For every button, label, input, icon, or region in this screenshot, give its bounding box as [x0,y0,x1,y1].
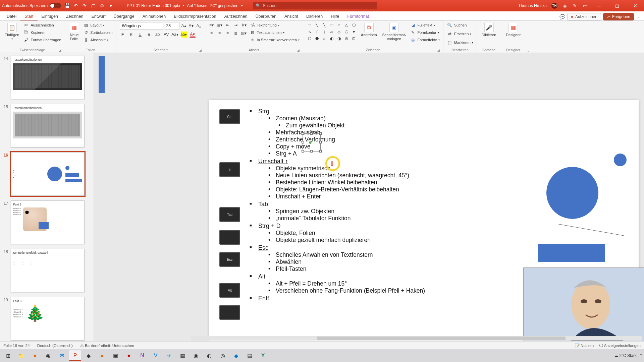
line-shape[interactable] [558,224,624,236]
tab-datei[interactable]: Datei [3,12,20,20]
justify-button[interactable]: ≣ [233,30,239,36]
firefox-icon[interactable]: ● [29,350,41,361]
layout-button[interactable]: ▤Layout▾ [83,22,113,28]
redo-icon[interactable]: ↷ [82,3,87,8]
user-name[interactable]: Thomas Hruska [518,3,547,8]
save-icon[interactable]: 💾 [64,3,70,8]
selected-shape[interactable]: ⟳ ✓ [303,133,321,152]
replace-button[interactable]: ⇄Ersetzen▾ [447,31,471,37]
tab-start[interactable]: Start [20,12,37,20]
smartart-button[interactable]: ⚛In SmartArt konvertieren▾ [250,37,300,43]
slide-canvas[interactable]: Ctrl ⇧ Tab Esc Alt Strg Zoomen (Mausrad)… [94,53,644,341]
rect-shape-1[interactable] [538,244,605,262]
explorer-icon[interactable]: 📁 [15,350,28,361]
text-direction-button[interactable]: ↕ATextrichtung▾ [250,22,300,28]
new-slide-button[interactable]: ▦Neue Folie [68,22,80,42]
obs-icon[interactable]: ◉ [190,350,202,361]
tab-zeichnen[interactable]: Zeichnen [62,12,87,20]
onenote-icon[interactable]: N [136,350,148,361]
font-launcher[interactable]: ◢ [199,49,202,52]
shape-outline-button[interactable]: ✎Formkontur▾ [410,29,440,36]
big-circle-shape[interactable] [546,167,598,219]
designer-button[interactable]: ▦Designer [504,22,522,38]
shadow-button[interactable]: ab [155,32,161,38]
weather-widget[interactable]: ☁ 2°C Stark [614,353,637,358]
tab-ueberpruefen[interactable]: Überprüfen [251,12,280,20]
powerpoint-icon[interactable]: P [69,350,81,361]
thumb-18[interactable]: 18 Schnelle Textfeld Auswahl ……………… [1,249,90,292]
tab-aufzeichnen[interactable]: Aufzeichnen [220,12,252,20]
tab-hilfe[interactable]: Hilfe [327,12,343,20]
undo-icon[interactable]: ↶ [73,3,78,8]
thumb-17[interactable]: 17 Fakt 2 • Detail 1• Detail 2• Detail 3… [1,200,90,244]
small-circle-shape[interactable] [614,154,627,166]
ribbon-collapse-icon[interactable]: ⌄ [525,21,531,53]
copy-button[interactable]: ⿻Kopieren [23,29,61,36]
status-language[interactable]: Deutsch (Österreich) [37,344,73,348]
app-icon-3[interactable]: ● [123,350,135,361]
clear-format-icon[interactable]: Aᵪ [196,23,202,29]
dictate-button[interactable]: 🎤Diktieren [480,22,497,38]
cut-button[interactable]: ✂Ausschneiden [23,22,61,28]
status-slide[interactable]: Folie 16 von 24 [3,344,30,348]
ribbon-mode-icon[interactable]: ▭ [582,3,588,8]
vscode-icon[interactable]: V [150,350,162,361]
app-icon-1[interactable]: ◆ [83,350,95,361]
tab-ansicht[interactable]: Ansicht [280,12,302,20]
user-avatar[interactable]: TH [551,3,557,9]
shrink-font-icon[interactable]: A▾ [188,23,194,29]
section-button[interactable]: §Abschnitt▾ [83,37,113,43]
font-size-input[interactable] [165,22,179,29]
drawing-launcher[interactable]: ◢ [437,49,440,52]
close-button[interactable]: ✕ [629,0,642,11]
qat-more-icon[interactable]: ▾ [108,3,113,8]
collapse-ribbon-icon[interactable]: ⌄ [636,15,641,19]
bold-button[interactable]: F [120,32,126,38]
tab-animationen[interactable]: Animationen [139,12,170,20]
line-spacing-button[interactable]: ⇕▾ [241,22,247,28]
highlight-button[interactable]: ab▾ [181,32,187,38]
tab-diktieren[interactable]: Diktieren [302,12,327,20]
autosave-toggle[interactable]: Automatisches Speichern [2,3,61,8]
indent-button[interactable]: ⇥ [233,22,239,28]
maximize-button[interactable]: ◻ [610,0,624,11]
bullets-button[interactable]: ≡▾ [209,22,215,28]
tab-bildschirmpraesentation[interactable]: Bildschirmpräsentation [170,12,220,20]
align-right-button[interactable]: ≡ [225,30,231,36]
vlc-icon[interactable]: ▲ [96,350,108,361]
italic-button[interactable]: K [128,32,135,38]
align-center-button[interactable]: ≡ [217,30,223,36]
tab-entwurf[interactable]: Entwurf [87,12,109,20]
app-icon-8[interactable]: ▤ [244,350,256,361]
align-left-button[interactable]: ≡ [209,30,215,36]
telegram-icon[interactable]: ✈ [163,350,175,361]
thumb-16[interactable]: 16 ▪ …▪ …▪ …▪ … [1,152,90,196]
horizontal-scrollbar[interactable] [191,336,642,341]
numbering-button[interactable]: ≣▾ [217,22,223,28]
minimize-button[interactable]: — [592,0,606,11]
shapes-gallery[interactable]: ▭╲╲▭○△⬡ ↘{}▱◇⬠▾ ⬡⬣☆◐◑⊙⊡ [307,22,357,42]
pen-icon[interactable]: ✎ [572,3,578,8]
slide-thumbnails[interactable]: 14 Tastenkombinationen 15 Tastenkombinat… [0,53,94,341]
tab-formformat[interactable]: Formformat [343,12,373,20]
quick-access-icon[interactable]: ⚙ [99,3,105,8]
status-accessibility[interactable]: ⚠ Barrierefreiheit: Untersuchen [80,343,134,348]
app-icon-2[interactable]: ▣ [109,350,121,361]
clipboard-launcher[interactable]: ◢ [59,49,61,52]
tray-chevron-icon[interactable]: ˄ [640,353,642,358]
paragraph-launcher[interactable]: ◢ [297,49,300,52]
autosave-switch[interactable] [50,3,61,8]
app-icon-5[interactable]: ◐ [203,350,215,361]
grow-font-icon[interactable]: A▴ [181,23,187,29]
quick-styles-button[interactable]: ◉Schnellformat- vorlagen [381,22,408,42]
chrome-icon[interactable]: ◉ [42,350,54,361]
font-color-button[interactable]: A▾ [190,32,196,38]
font-name-input[interactable] [120,22,163,29]
text-align-button[interactable]: ⊟Text ausrichten▾ [250,29,300,36]
columns-button[interactable]: ▥▾ [241,30,247,36]
reset-button[interactable]: ↺Zurücksetzen [83,29,113,36]
case-button[interactable]: Aa▾ [172,32,178,38]
search-box[interactable]: 🔍 [253,2,377,9]
shape-fill-button[interactable]: ◢Fülleffekt▾ [410,22,440,28]
spacing-button[interactable]: AV [163,32,169,38]
